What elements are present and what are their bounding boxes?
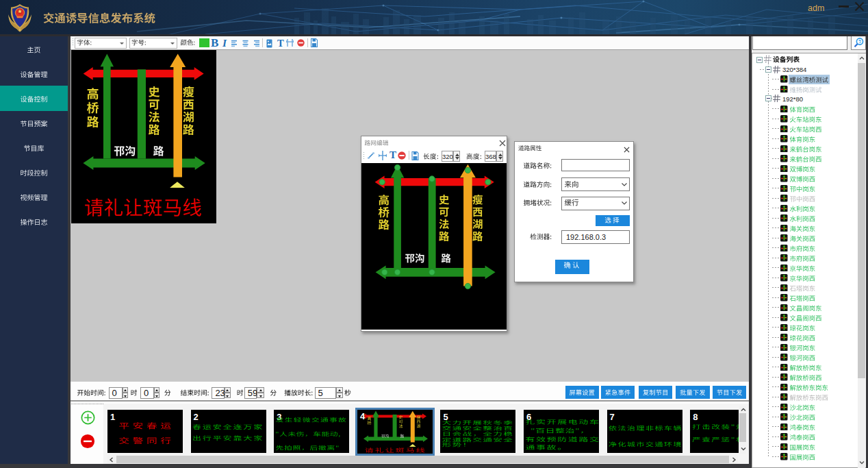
svg-text:3: 3 (859, 40, 862, 44)
